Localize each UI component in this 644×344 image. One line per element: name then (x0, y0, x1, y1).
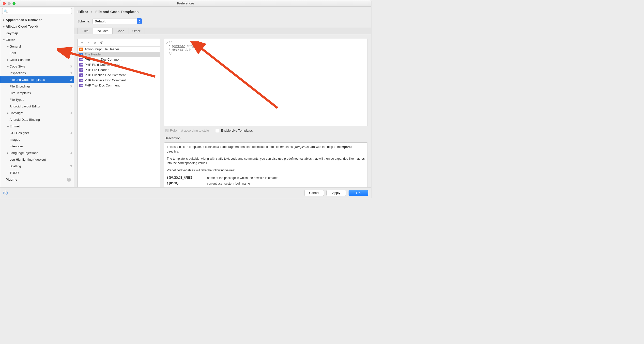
project-scope-icon: ⊡ (70, 65, 72, 68)
reformat-checkbox[interactable]: Reformat according to style (165, 129, 209, 132)
sidebar-item[interactable]: Android Layout Editor (0, 103, 74, 110)
sidebar-item-label: Language Injections (10, 151, 68, 155)
template-item[interactable]: PHPPHP File Header (78, 67, 160, 72)
sidebar-item[interactable]: Live Templates (0, 90, 74, 96)
sidebar-item-label: Color Scheme (10, 58, 72, 62)
variable-desc: name of the package in which the new fil… (207, 175, 278, 181)
sidebar-item[interactable]: File Types (0, 96, 74, 103)
copy-button[interactable]: ⧉ (92, 40, 98, 45)
sidebar-item-label: Inspections (10, 71, 68, 75)
sidebar-item-label: Alibaba Cloud Toolkit (6, 25, 72, 28)
chevron-right-icon: ▶ (6, 65, 10, 68)
template-item[interactable]: PHPPHP Field Doc Comment (78, 62, 160, 67)
sidebar-item[interactable]: Inspections⊡ (0, 70, 74, 76)
template-tabs: FilesIncludesCodeOther (74, 28, 371, 34)
reformat-check-icon (165, 129, 168, 132)
sidebar-item[interactable]: Keymap (0, 30, 74, 37)
chevron-right-icon: ▶ (6, 58, 10, 61)
template-item[interactable]: PHPPHP Class Doc Comment (78, 57, 160, 62)
tab[interactable]: Includes (92, 28, 112, 34)
project-scope-icon: ⊡ (70, 71, 72, 75)
traffic-lights (3, 2, 16, 5)
sidebar-item-label: Spelling (10, 164, 68, 168)
template-item[interactable]: ASActionScript File Header (78, 47, 160, 52)
sidebar-item[interactable]: File and Code Templates⊡ (0, 76, 74, 83)
template-item[interactable]: PHPPHP Interface Doc Comment (78, 78, 160, 83)
ok-button[interactable]: OK (348, 190, 368, 196)
revert-button[interactable]: ↺ (98, 40, 104, 45)
project-scope-icon: ⊡ (70, 78, 72, 81)
template-item[interactable]: PHPPHP Trait Doc Comment (78, 83, 160, 88)
sidebar-item-label: Appearance & Behavior (6, 18, 72, 22)
sidebar: 🔍 ▶Appearance & Behavior▶Alibaba Cloud T… (0, 7, 74, 187)
php-file-icon: PHP (79, 58, 83, 61)
sidebar-item[interactable]: ▶Code Style⊡ (0, 63, 74, 70)
breadcrumb-parent[interactable]: Editor (78, 10, 88, 14)
svg-line-1 (199, 46, 278, 108)
php-file-icon: PHP (79, 73, 83, 77)
tab[interactable]: Other (128, 28, 145, 34)
php-file-icon: PHP (79, 79, 83, 82)
sidebar-item[interactable]: ▶Alibaba Cloud Toolkit (0, 23, 74, 30)
variable-name: ${PACKAGE_NAME} (167, 175, 207, 181)
sidebar-item[interactable]: Plugins2 (0, 176, 74, 183)
search-input[interactable] (2, 8, 72, 14)
sidebar-item-label: GUI Designer (10, 131, 68, 135)
sidebar-item[interactable]: Log Highlighting (Ideolog) (0, 156, 74, 163)
sidebar-item[interactable]: Spelling⊡ (0, 163, 74, 169)
template-item-label: PHP Trait Doc Comment (84, 84, 120, 87)
sidebar-item-label: Keymap (6, 31, 72, 35)
sidebar-item[interactable]: Images (0, 136, 74, 143)
search-icon: 🔍 (4, 9, 8, 13)
template-item[interactable]: PHPPHP Function Doc Comment (78, 72, 160, 78)
tab[interactable]: Files (78, 28, 92, 34)
apply-button[interactable]: Apply (326, 190, 346, 196)
sidebar-item[interactable]: Intentions (0, 143, 74, 149)
close-icon[interactable] (3, 2, 6, 5)
sidebar-item[interactable]: ▼Editor (0, 37, 74, 43)
sidebar-item-label: File Types (10, 98, 72, 102)
window-title: Preferences (0, 2, 371, 5)
breadcrumb-current: File and Code Templates (96, 10, 139, 14)
minimize-icon[interactable] (8, 2, 10, 5)
tab[interactable]: Code (113, 28, 128, 34)
sidebar-item[interactable]: Android Data Binding (0, 116, 74, 123)
scheme-label: Scheme: (78, 20, 90, 23)
sidebar-item[interactable]: ▶Copyright⊡ (0, 110, 74, 116)
template-list[interactable]: ASActionScript File HeaderJFile HeaderPH… (78, 47, 160, 187)
sidebar-item[interactable]: ▶General (0, 43, 74, 50)
template-item[interactable]: JFile Header (78, 52, 160, 57)
scheme-select[interactable]: Default ▴▾ (92, 18, 142, 24)
chevron-right-icon: ▶ (2, 25, 6, 28)
project-scope-icon: ⊡ (70, 131, 72, 134)
cancel-button[interactable]: Cancel (304, 190, 324, 196)
variable-name: ${USER} (167, 181, 207, 187)
sidebar-item[interactable]: GUI Designer⊡ (0, 130, 74, 136)
template-code-editor[interactable]: /** * @author purgeyao * @since 1.0 */ (164, 39, 368, 126)
sidebar-item-label: Log Highlighting (Ideolog) (10, 158, 72, 161)
chevron-right-icon: › (91, 10, 92, 14)
add-button[interactable]: ＋ (79, 40, 85, 45)
sidebar-item[interactable]: File Encodings⊡ (0, 83, 74, 90)
sidebar-item[interactable]: TODO (0, 169, 74, 176)
sidebar-item-label: File and Code Templates (10, 78, 68, 82)
sidebar-item-label: Android Data Binding (10, 118, 72, 121)
chevron-updown-icon: ▴▾ (137, 18, 142, 24)
chevron-down-icon: ▼ (2, 39, 6, 41)
maximize-icon[interactable] (12, 2, 16, 5)
project-scope-icon: ⊡ (70, 151, 72, 154)
sidebar-item-label: Images (10, 138, 72, 141)
variable-row: ${PACKAGE_NAME}name of the package in wh… (167, 175, 278, 181)
sidebar-item[interactable]: ▶Language Injections⊡ (0, 149, 74, 156)
sidebar-item-label: File Encodings (10, 85, 68, 88)
php-file-icon: PHP (79, 68, 83, 72)
sidebar-item[interactable]: ▶Emmet (0, 123, 74, 130)
remove-button[interactable]: － (86, 40, 92, 45)
live-templates-checkbox[interactable]: Enable Live Templates (216, 129, 253, 132)
sidebar-item[interactable]: ▶Color Scheme (0, 56, 74, 63)
project-scope-icon: ⊡ (70, 85, 72, 88)
help-button[interactable]: ? (3, 191, 8, 195)
settings-tree[interactable]: ▶Appearance & Behavior▶Alibaba Cloud Too… (0, 16, 74, 187)
sidebar-item[interactable]: Font (0, 50, 74, 56)
sidebar-item[interactable]: ▶Appearance & Behavior (0, 17, 74, 23)
